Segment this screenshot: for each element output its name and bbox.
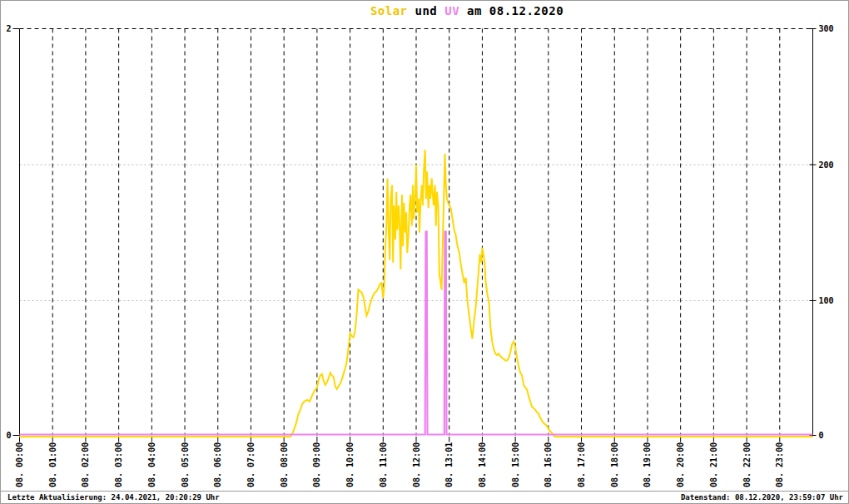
x-axis-tick-label: 08. 21:00 [709,442,718,487]
x-axis-tick-label: 08. 16:00 [544,442,553,487]
x-axis-tick-label: 08. 11:00 [379,442,388,487]
right-axis-tick-label: 200 [819,161,834,170]
left-axis-tick-label: 0 [6,431,11,440]
x-axis-tick-label: 08. 10:00 [345,442,355,487]
x-axis-tick-label: 08. 18:00 [610,442,619,487]
x-axis-tick-label: 08. 04:00 [147,442,156,487]
x-axis-tick-label: 08. 15:00 [511,442,520,487]
data-state-text: Datenstand: 08.12.2020, 23:59:07 Uhr [681,492,843,503]
x-axis-tick-label: 08. 01:00 [48,442,57,487]
x-axis-tick-label: 08. 09:00 [312,442,321,487]
chart-plot-area: 02010020030008. 00:0008. 01:0008. 02:000… [1,1,848,492]
right-axis-tick-label: 300 [819,24,834,33]
x-axis-tick-label: 08. 03:00 [114,442,123,487]
last-update-text: Letzte Aktualisierung: 24.04.2021, 20:20… [7,492,220,503]
right-axis-tick-label: 0 [819,431,824,440]
x-axis-tick-label: 08. 23:00 [775,442,784,487]
x-axis-tick-label: 08. 05:00 [181,442,190,487]
x-axis-tick-label: 08. 19:00 [643,442,652,487]
left-axis-tick-label: 2 [6,24,11,33]
x-axis-tick-label: 08. 07:00 [246,442,256,487]
x-axis-tick-label: 08. 22:00 [742,442,752,487]
x-axis-tick-label: 08. 17:00 [577,442,586,487]
chart-window: Solar und UV am 08.12.2020 0201002003000… [0,0,849,504]
x-axis-tick-label: 08. 00:00 [15,442,24,487]
x-axis-tick-label: 08. 14:00 [478,442,487,487]
x-axis-tick-label: 08. 06:00 [213,442,222,487]
x-axis-tick-label: 08. 12:00 [412,442,421,487]
x-axis-tick-label: 08. 20:00 [676,442,685,487]
x-axis-tick-label: 08. 13:01 [444,442,454,487]
x-axis-tick-label: 08. 08:00 [280,442,289,487]
footer-bar: Letzte Aktualisierung: 24.04.2021, 20:20… [1,491,848,504]
x-axis-tick-label: 08. 02:00 [81,442,90,487]
right-axis-tick-label: 100 [819,296,834,305]
